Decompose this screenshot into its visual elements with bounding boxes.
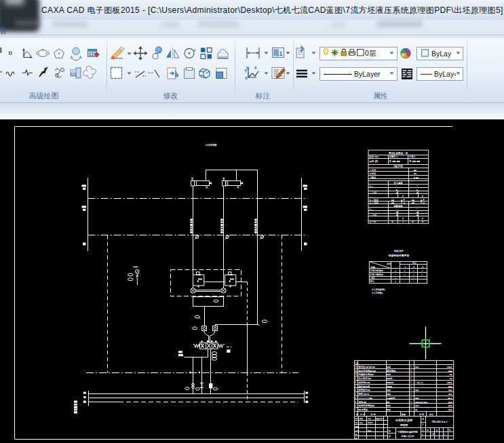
svg-text:+: + xyxy=(395,269,396,272)
svg-text:代 号: 代 号 xyxy=(360,413,366,416)
svg-text:缸径 mm: 缸径 mm xyxy=(369,155,379,158)
svg-text:8: 8 xyxy=(355,381,356,384)
svg-text:原理图: 原理图 xyxy=(400,423,408,427)
svg-text:油缸动作: 油缸动作 xyxy=(393,249,404,252)
svg-text:■■: ■■ xyxy=(450,377,452,380)
svg-text:1: 1 xyxy=(410,373,412,376)
svg-text:■■■: ■■■ xyxy=(415,404,419,407)
svg-text:■: ■ xyxy=(396,214,398,216)
svg-text:■■■: ■■■ xyxy=(448,393,452,396)
svg-text:■■: ■■ xyxy=(391,199,394,201)
svg-text:■■ ■: ■■ ■ xyxy=(448,397,452,400)
svg-text:13: 13 xyxy=(355,362,358,365)
svg-text:■■■: ■■■ xyxy=(448,385,452,388)
svg-text:比: 比 xyxy=(422,429,424,431)
svg-text:② ■■ ■■: ② ■■ ■■ xyxy=(409,159,421,163)
svg-text:↓3: ↓3 xyxy=(421,266,424,269)
svg-text:审核: 审核 xyxy=(355,425,360,428)
svg-text:压力表开关■: 压力表开关■ xyxy=(358,377,371,380)
svg-text:M: M xyxy=(423,418,425,421)
svg-text:←□×①: ←□×① xyxy=(370,191,378,194)
svg-text:分区: 分区 xyxy=(367,417,372,420)
svg-text:ByLayer: ByLayer xyxy=(354,70,381,78)
svg-text:■■■: ■■■ xyxy=(387,408,391,411)
svg-text:−: − xyxy=(404,280,406,283)
svg-text:⊖ L手R动L: ⊖ L手R动L xyxy=(372,291,383,294)
svg-text:钢管 φ■×■: 钢管 φ■×■ xyxy=(358,392,370,396)
svg-text:12: 12 xyxy=(355,366,357,368)
svg-text:+: + xyxy=(422,273,423,276)
svg-text:液压缸φ■/φ■-■■: 液压缸φ■/φ■-■■ xyxy=(358,365,376,368)
svg-text:+: + xyxy=(395,277,396,280)
svg-text:球阀 ■■: 球阀 ■■ xyxy=(358,401,367,404)
svg-text:设计: 设计 xyxy=(355,421,360,424)
svg-text:■Δ: ■Δ xyxy=(412,201,415,204)
svg-text:1YA升料动作: 1YA升料动作 xyxy=(370,269,384,272)
svg-text:6: 6 xyxy=(355,389,356,391)
svg-text:▲■■■件: ▲■■■件 xyxy=(387,397,395,400)
svg-text:7ML454-S-■-1: 7ML454-S-■-1 xyxy=(431,421,447,423)
svg-text:■↓P: ■↓P xyxy=(421,199,425,201)
svg-text:■■■: ■■■ xyxy=(415,366,419,368)
svg-text:■■■: ■■■ xyxy=(448,370,452,372)
svg-text:5: 5 xyxy=(355,393,356,396)
svg-text:↓І: ↓І xyxy=(402,220,404,223)
svg-text:段: 段 xyxy=(388,435,391,438)
svg-text:液控单向阀: 液控单向阀 xyxy=(358,385,370,388)
svg-text:■■■: ■■■ xyxy=(415,397,419,400)
svg-text:油缸行程: 油缸行程 xyxy=(393,165,403,168)
svg-text:x: x xyxy=(254,65,257,70)
svg-text:序: 序 xyxy=(355,413,358,416)
svg-text:2: 2 xyxy=(355,404,356,407)
svg-text:M手↑: M手↑ xyxy=(370,280,376,283)
svg-text:11: 11 xyxy=(355,370,357,372)
svg-text:+: + xyxy=(404,269,406,272)
svg-text:工艺: 工艺 xyxy=(355,429,360,432)
svg-text:型号规格: 型号规格 xyxy=(386,369,396,372)
svg-text:■■■■: ■■■■ xyxy=(447,381,452,384)
svg-text:φ外 内: φ外 内 xyxy=(370,159,379,163)
svg-text:■: ■ xyxy=(416,191,418,194)
svg-text:标记: 标记 xyxy=(355,417,360,420)
svg-text:−: − xyxy=(395,273,396,276)
svg-text:■■-■管接: ■■-■管接 xyxy=(359,408,368,411)
svg-text:1: 1 xyxy=(410,393,412,396)
svg-text:■■■: ■■■ xyxy=(448,389,452,391)
svg-text:溢流阀■-■■: 溢流阀■-■■ xyxy=(358,381,370,384)
svg-text:■↓P: ■↓P xyxy=(401,199,406,201)
svg-text:1:4: 1:4 xyxy=(431,433,434,436)
svg-text:ByLay: ByLay xyxy=(431,50,452,58)
svg-text:P2O: P2O xyxy=(134,266,138,269)
svg-text:■■■: ■■■ xyxy=(387,389,391,391)
svg-text:■■: ■■ xyxy=(355,437,358,440)
svg-text:1: 1 xyxy=(410,381,412,384)
svg-text:1: 1 xyxy=(410,377,412,380)
svg-text:1: 1 xyxy=(410,401,412,404)
svg-text:材 料: 材 料 xyxy=(419,413,425,416)
svg-text:■Δ: ■Δ xyxy=(391,201,395,204)
svg-text:3: 3 xyxy=(355,401,356,404)
svg-text:↔: ↔ xyxy=(395,208,398,210)
svg-text:+: + xyxy=(422,269,423,272)
svg-text:■■■■: ■■■■ xyxy=(387,385,392,388)
svg-text:ІІІ: ІІІ xyxy=(422,220,424,223)
svg-text:行程 L: 行程 L xyxy=(408,155,416,158)
svg-text:出坯原理图: 出坯原理图 xyxy=(206,143,217,147)
svg-text:−3Q↑: −3Q↑ xyxy=(370,277,376,280)
svg-text:Р↓р: Р↓р xyxy=(401,201,405,204)
svg-text:电磁铁动作顺序表: 电磁铁动作顺序表 xyxy=(389,254,410,257)
svg-text:↳○□①: ↳○□① xyxy=(370,220,376,223)
svg-text:I∙□: I∙□ xyxy=(370,208,373,211)
svg-text:−: − xyxy=(413,280,414,283)
svg-text:■■■: ■■■ xyxy=(448,408,452,411)
svg-text:下降位: 下降位 xyxy=(369,176,377,179)
svg-text:数量: 数量 xyxy=(401,413,406,416)
svg-text:■■: ■■ xyxy=(414,172,416,175)
svg-text:■■■: ■■■ xyxy=(387,404,391,407)
svg-text:上升位: 上升位 xyxy=(369,169,377,172)
svg-text:1: 1 xyxy=(410,408,412,411)
svg-text:流量参数: 流量参数 xyxy=(393,204,403,208)
svg-text:标准化: 标准化 xyxy=(367,421,373,424)
svg-text:1: 1 xyxy=(410,404,412,407)
svg-text:■■■A: ■■■A xyxy=(387,377,393,380)
